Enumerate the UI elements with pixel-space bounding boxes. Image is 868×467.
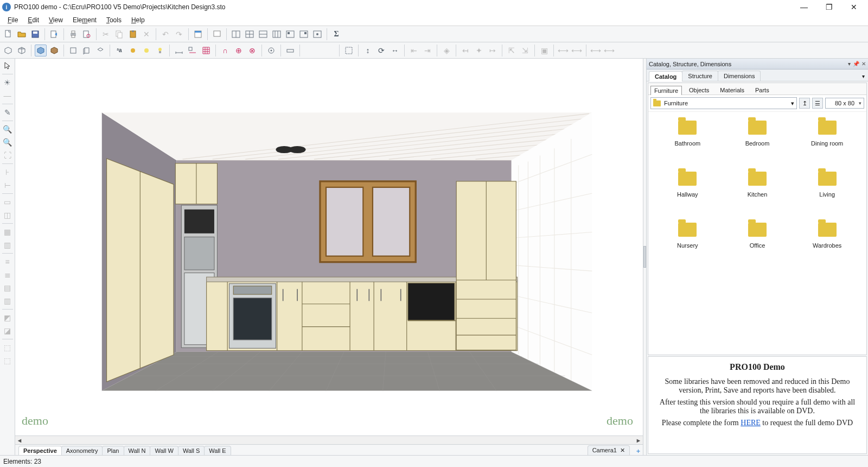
print-preview-button[interactable] — [81, 28, 93, 40]
cursor-tool-button[interactable] — [2, 60, 14, 72]
menu-element[interactable]: Element — [68, 15, 101, 25]
snap-2-button[interactable]: ⊕ — [233, 45, 245, 56]
layer-4-button[interactable]: ▥ — [2, 295, 14, 307]
dimension-mode-button[interactable] — [173, 45, 185, 56]
tab-walln[interactable]: Wall N — [124, 446, 151, 455]
labels-button[interactable]: ªa — [113, 45, 125, 56]
menu-view[interactable]: View — [44, 15, 67, 25]
layout4-button[interactable] — [271, 28, 283, 40]
light-source-button[interactable]: ☀ — [2, 77, 14, 89]
layer-1-button[interactable]: ≡ — [2, 256, 14, 268]
zoom-fit-button[interactable]: ⛶ — [2, 149, 14, 161]
window-config-button[interactable] — [211, 28, 223, 40]
group-button[interactable]: ▣ — [538, 45, 550, 56]
layout1-button[interactable] — [230, 28, 242, 40]
catalog-location-dropdown[interactable]: Furniture ▾ — [650, 97, 797, 109]
tab-walle[interactable]: Wall E — [204, 446, 231, 455]
filter-materials[interactable]: Materials — [716, 85, 748, 94]
target-button[interactable] — [265, 45, 277, 56]
light3-button[interactable] — [154, 45, 166, 56]
menu-edit[interactable]: Edit — [23, 15, 43, 25]
add-door-button[interactable]: ◫ — [2, 209, 14, 221]
tab-axonometry[interactable]: Axonometry — [61, 446, 103, 455]
tab-camera[interactable]: Camera1 ✕ — [588, 445, 630, 455]
view3d-2-button[interactable] — [16, 45, 28, 56]
viewport-3d[interactable]: demo demo — [15, 59, 643, 436]
select-bound-button[interactable] — [343, 45, 355, 56]
calculate-button[interactable]: Σ — [330, 28, 342, 40]
undo-button[interactable]: ↶ — [159, 28, 171, 40]
grid-button[interactable] — [200, 45, 212, 56]
layer-3-button[interactable]: ▤ — [2, 282, 14, 294]
view-shaded-button[interactable] — [35, 45, 47, 56]
info-pane[interactable]: PRO100 Demo Some libraries have been rem… — [648, 356, 867, 454]
tab-dimensions[interactable]: Dimensions — [718, 71, 761, 81]
panel-menu-icon[interactable]: ▾ — [848, 61, 851, 67]
window-close-button[interactable]: ✕ — [842, 0, 866, 14]
misc-4-button[interactable]: ⬚ — [2, 355, 14, 367]
menu-tools[interactable]: Tools — [102, 15, 126, 25]
filter-furniture[interactable]: Furniture — [650, 86, 682, 95]
folder-nursery[interactable]: Nursery — [658, 223, 717, 249]
tab-perspective[interactable]: Perspective — [18, 446, 62, 455]
info-link-here[interactable]: HERE — [741, 419, 761, 427]
add-wall-button[interactable]: ▭ — [2, 196, 14, 208]
align-1-button[interactable]: ⇤ — [408, 45, 420, 56]
move-tool-button[interactable]: ↕ — [362, 45, 374, 56]
new-file-button[interactable] — [2, 28, 14, 40]
add-window-button[interactable]: ▦ — [2, 226, 14, 238]
open-file-button[interactable] — [16, 28, 28, 40]
thumb-size-dropdown[interactable]: 80 x 80 — [825, 98, 864, 109]
align-2-button[interactable]: ⇥ — [422, 45, 433, 56]
view-top-button[interactable] — [94, 45, 106, 56]
tab-plan[interactable]: Plan — [102, 446, 124, 455]
line-tool-button[interactable]: ― — [2, 90, 14, 102]
misc-1-button[interactable]: ◩ — [2, 312, 14, 324]
folder-living[interactable]: Living — [797, 172, 857, 198]
view-front-button[interactable] — [67, 45, 79, 56]
export-button[interactable] — [48, 28, 60, 40]
align-4-button[interactable]: ↤ — [459, 45, 471, 56]
dim-v-button[interactable]: ⊢ — [2, 179, 14, 191]
save-file-button[interactable] — [29, 28, 41, 40]
dim-button-1[interactable] — [284, 45, 296, 56]
filter-parts[interactable]: Parts — [751, 85, 773, 94]
align-8-button[interactable]: ⇲ — [519, 45, 531, 56]
add-piece-button[interactable]: ▥ — [2, 239, 14, 251]
folder-bathroom[interactable]: Bathroom — [658, 121, 717, 147]
add-view-button[interactable]: ＋ — [633, 447, 643, 455]
folder-hallway[interactable]: Hallway — [658, 172, 717, 198]
light2-button[interactable] — [141, 45, 152, 56]
folder-office[interactable]: Office — [727, 223, 787, 249]
misc-2-button[interactable]: ◪ — [2, 325, 14, 337]
measure-v2-button[interactable]: ⟷ — [603, 45, 615, 56]
folder-diningroom[interactable]: Dining room — [797, 121, 857, 147]
light1-button[interactable] — [127, 45, 139, 56]
misc-3-button[interactable]: ⬚ — [2, 342, 14, 354]
align-3-button[interactable]: ◈ — [441, 45, 452, 56]
layout7-button[interactable] — [311, 28, 323, 40]
up-folder-button[interactable]: ↥ — [799, 98, 810, 109]
view-textured-button[interactable] — [48, 45, 60, 56]
folder-bedroom[interactable]: Bedroom — [727, 121, 787, 147]
snap-3-button[interactable]: ⊗ — [246, 45, 258, 56]
tab-overflow-icon[interactable]: ▾ — [859, 72, 868, 81]
pan-tool-button[interactable]: ↔ — [389, 45, 401, 56]
folder-wardrobes[interactable]: Wardrobes — [797, 223, 857, 249]
menu-file[interactable]: File — [3, 15, 22, 25]
view3d-1-button[interactable] — [2, 45, 14, 56]
delete-button[interactable]: ✕ — [141, 28, 152, 40]
zoom-in-button[interactable]: 🔍 — [2, 123, 14, 135]
layout3-button[interactable] — [257, 28, 269, 40]
zoom-out-button[interactable]: 🔍 — [2, 136, 14, 148]
layout2-button[interactable] — [244, 28, 256, 40]
window-minimize-button[interactable]: — — [792, 0, 816, 14]
menu-help[interactable]: Help — [127, 15, 149, 25]
view-list-button[interactable]: ☰ — [812, 98, 823, 109]
folder-kitchen[interactable]: Kitchen — [727, 172, 787, 198]
align-6-button[interactable]: ↦ — [487, 45, 499, 56]
filter-objects[interactable]: Objects — [685, 85, 713, 94]
layout5-button[interactable] — [284, 28, 296, 40]
paste-button[interactable] — [127, 28, 139, 40]
tab-wallw[interactable]: Wall W — [150, 446, 178, 455]
